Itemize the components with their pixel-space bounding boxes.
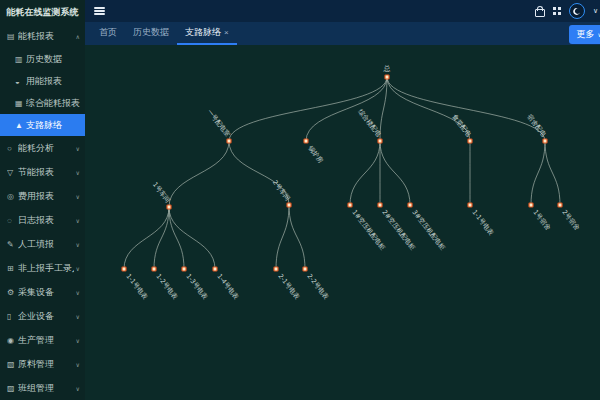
sidebar-item-2[interactable]: ◒用能报表 xyxy=(0,70,85,92)
sidebar-item-8[interactable]: ◌日志报表∨ xyxy=(0,208,85,232)
sidebar-item-label: 人工填报 xyxy=(18,238,74,251)
tree-node-n1-1-2[interactable] xyxy=(152,267,156,271)
tree-node-n1-1-1[interactable] xyxy=(122,267,126,271)
material-icon: ▧ xyxy=(7,360,18,369)
chevron-down-icon: ∨ xyxy=(76,337,80,344)
sidebar-item-label: 综合能耗报表 xyxy=(26,97,80,110)
tabbar: 首页历史数据支路脉络× 更多 ∨ xyxy=(85,22,600,45)
tree-node-label: 1号宿舍 xyxy=(531,208,552,232)
tree-node-n1-1-3[interactable] xyxy=(182,267,186,271)
sidebar-item-0[interactable]: ▤能耗报表∧ xyxy=(0,24,85,48)
tree-node-label: 1-3号电表 xyxy=(184,272,209,301)
entry-icon: ⊞ xyxy=(7,264,18,273)
sidebar-item-1[interactable]: ▥历史数据 xyxy=(0,48,85,70)
chevron-down-icon: ∨ xyxy=(76,169,80,176)
tree-node-label: 食堂配电 xyxy=(450,113,473,139)
tree-node-n5-2[interactable] xyxy=(558,203,562,207)
sidebar-item-label: 非上报手工录入 xyxy=(18,262,74,275)
tree-node-n1-1-4[interactable] xyxy=(213,267,217,271)
sidebar-item-label: 用能报表 xyxy=(26,75,80,88)
more-button[interactable]: 更多 ∨ xyxy=(569,25,600,44)
hamburger-menu-icon[interactable] xyxy=(94,7,105,15)
tree-link xyxy=(531,141,545,205)
tree-node-n4[interactable] xyxy=(468,139,472,143)
tree-node-label: 1-4号电表 xyxy=(215,272,240,301)
tree-node-n5-1[interactable] xyxy=(529,203,533,207)
tab-close-icon[interactable]: × xyxy=(224,28,229,37)
tree-node-n1[interactable] xyxy=(227,139,231,143)
sidebar-item-14[interactable]: ▧原料管理∨ xyxy=(0,352,85,376)
tree-node-n3-2[interactable] xyxy=(378,203,382,207)
tree-node-label: 1-1号电表 xyxy=(470,208,495,237)
sidebar-menu: ▤能耗报表∧▥历史数据◒用能报表▦综合能耗报表▲支路脉络○能耗分析∨▽节能报表∨… xyxy=(0,24,85,400)
sidebar-item-label: 日志报表 xyxy=(18,214,74,227)
sidebar-item-label: 生产管理 xyxy=(18,334,74,347)
sidebar-item-6[interactable]: ▽节能报表∨ xyxy=(0,160,85,184)
lock-icon[interactable] xyxy=(535,9,545,17)
tree-link xyxy=(380,141,410,205)
chevron-down-icon: ∨ xyxy=(76,313,80,320)
tree-node-n3-1[interactable] xyxy=(348,203,352,207)
sidebar-item-label: 费用报表 xyxy=(18,190,74,203)
chevron-down-icon: ∨ xyxy=(76,193,80,200)
chevron-down-icon: ∨ xyxy=(76,241,80,248)
history-icon: ▥ xyxy=(15,55,26,64)
tab-1[interactable]: 历史数据 xyxy=(125,22,177,45)
sidebar-item-label: 企业设备 xyxy=(18,310,74,323)
tree-link xyxy=(154,207,169,269)
tree-link xyxy=(350,141,380,205)
tree-node-n1-2-1[interactable] xyxy=(274,267,278,271)
chevron-down-icon: ∨ xyxy=(76,385,80,392)
tree-node-n5[interactable] xyxy=(543,139,547,143)
tree-node-n3[interactable] xyxy=(378,139,382,143)
tree-link xyxy=(124,207,169,269)
tree-node-label: 1#空压机配电柜 xyxy=(350,208,387,252)
tree-link xyxy=(229,141,289,205)
tree-node-label: 2-1号电表 xyxy=(276,272,301,301)
tree-link xyxy=(289,205,305,269)
sidebar-item-9[interactable]: ✎人工填报∨ xyxy=(0,232,85,256)
tree-node-n1-1[interactable] xyxy=(167,205,171,209)
avatar[interactable] xyxy=(569,3,585,19)
tree-node-label: 锅炉房 xyxy=(306,144,325,165)
chevron-down-icon: ∨ xyxy=(76,217,80,224)
composite-report-icon: ▦ xyxy=(15,99,26,108)
production-icon: ◉ xyxy=(7,336,18,345)
tree-node-label: 宿舍配电 xyxy=(525,113,548,139)
tree-canvas: 总一号配电室锅炉房综合楼配电食堂配电宿舍配电1号车间2号车间1#空压机配电柜2#… xyxy=(85,45,600,400)
branch-icon: ▲ xyxy=(15,121,26,130)
tab-2[interactable]: 支路脉络× xyxy=(177,22,237,45)
tree-node-root[interactable] xyxy=(385,75,389,79)
collect-device-icon: ⚙ xyxy=(7,288,18,297)
sidebar-item-11[interactable]: ⚙采集设备∨ xyxy=(0,280,85,304)
energy-icon: ◒ xyxy=(15,77,26,86)
tree-node-n2[interactable] xyxy=(304,139,308,143)
enterprise-device-icon: ▯ xyxy=(7,312,18,321)
tab-0[interactable]: 首页 xyxy=(91,22,125,45)
tree-node-n1-2[interactable] xyxy=(287,203,291,207)
tree-node-label: 综合楼配电 xyxy=(356,108,383,139)
tree-node-n4-1[interactable] xyxy=(468,203,472,207)
sidebar-item-15[interactable]: ▨班组管理∨ xyxy=(0,376,85,400)
fullscreen-grid-icon[interactable] xyxy=(553,7,561,15)
sidebar-item-12[interactable]: ▯企业设备∨ xyxy=(0,304,85,328)
sidebar-item-10[interactable]: ⊞非上报手工录入∨ xyxy=(0,256,85,280)
cost-icon: ◎ xyxy=(7,192,18,201)
sidebar-item-7[interactable]: ◎费用报表∨ xyxy=(0,184,85,208)
sidebar-item-5[interactable]: ○能耗分析∨ xyxy=(0,136,85,160)
tab-label: 支路脉络 xyxy=(185,26,221,39)
tree-node-n3-3[interactable] xyxy=(408,203,412,207)
sidebar-item-13[interactable]: ◉生产管理∨ xyxy=(0,328,85,352)
tab-list: 首页历史数据支路脉络× xyxy=(91,22,237,45)
tree-node-label: 2-2号电表 xyxy=(305,272,330,301)
avatar-logo-icon xyxy=(572,7,581,16)
app-root: 能耗在线监测系统 ▤能耗报表∧▥历史数据◒用能报表▦综合能耗报表▲支路脉络○能耗… xyxy=(0,0,600,400)
tree-node-n1-2-2[interactable] xyxy=(303,267,307,271)
user-caret-icon[interactable]: ∨ xyxy=(593,7,598,15)
saving-icon: ▽ xyxy=(7,168,18,177)
topbar: ∨ xyxy=(85,0,600,22)
tree-node-label: 总 xyxy=(383,65,391,73)
tree-node-label: 2号车间 xyxy=(271,179,292,203)
sidebar-item-3[interactable]: ▦综合能耗报表 xyxy=(0,92,85,114)
sidebar-item-4[interactable]: ▲支路脉络 xyxy=(0,114,85,136)
